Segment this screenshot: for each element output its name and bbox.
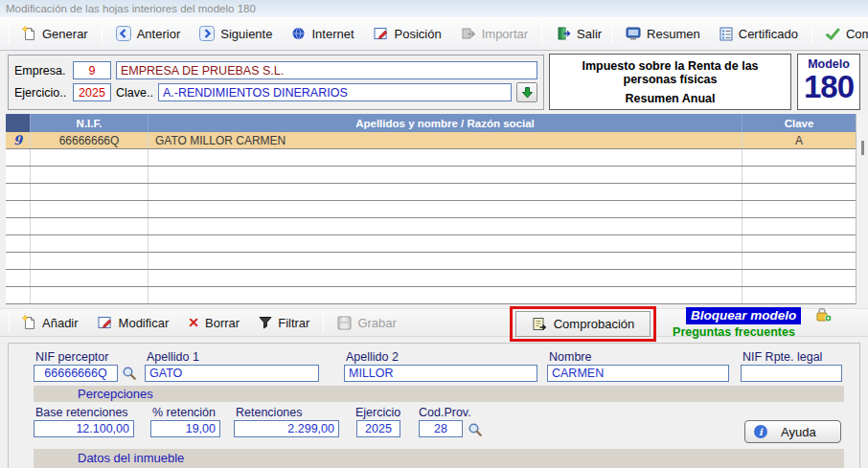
apellido1-label: Apellido 1 — [147, 350, 199, 364]
edit-icon — [374, 26, 389, 41]
toolbar-separator — [811, 23, 812, 44]
preguntas-frecuentes-link[interactable]: Preguntas frecuentes — [669, 325, 799, 339]
nif-rpte-field[interactable] — [741, 365, 842, 382]
table-row-selected[interactable]: 9 66666666Q GATO MILLOR CARMEN A — [6, 132, 856, 149]
comprobar-nif-button[interactable]: Comprobar Nif ▼ — [816, 22, 868, 46]
info-icon: i — [754, 425, 767, 438]
resumen-button[interactable]: Resumen — [616, 22, 710, 46]
tax-title-box: Impuesto sobre la Renta de las personas … — [549, 54, 791, 110]
salir-button[interactable]: Salir — [546, 21, 611, 46]
clave-dropdown-button[interactable] — [516, 82, 537, 102]
funnel-icon — [259, 316, 272, 329]
grid-scrollbar-thumb[interactable] — [861, 141, 864, 155]
siguiente-button[interactable]: Siguiente — [190, 21, 282, 46]
grid-header-marker — [6, 114, 31, 132]
padlock-icon[interactable] — [815, 307, 833, 323]
company-box: Empresa. Ejercicio.. Clave.. — [8, 55, 544, 110]
posicion-button[interactable]: Posición — [364, 21, 451, 46]
clave-field[interactable] — [158, 83, 512, 101]
modelo-number: 180 — [798, 71, 859, 103]
importar-label: Importar — [482, 27, 528, 41]
row-nif: 66666666Q — [31, 132, 148, 148]
toolbar-separator — [102, 23, 103, 44]
comprobar-nif-label: Comprobar Nif — [846, 27, 868, 41]
retenciones-label: Retenciones — [236, 406, 303, 419]
tax-title-line2: Resumen Anual — [558, 92, 783, 105]
table-row-empty — [6, 287, 856, 304]
grid-header-row: N.I.F. Apellidos y nombre / Razón social… — [6, 114, 856, 132]
anterior-label: Anterior — [137, 27, 181, 41]
ejercicio-label: Ejercicio.. — [14, 86, 68, 100]
nombre-field[interactable] — [547, 365, 729, 382]
filtrar-button[interactable]: Filtrar — [249, 311, 319, 335]
nif-perceptor-field[interactable] — [34, 365, 118, 382]
ejercicio-detail-field[interactable] — [356, 420, 400, 437]
nif-rpte-label: NIF Rpte. legal — [742, 350, 822, 364]
anterior-button[interactable]: Anterior — [106, 21, 191, 46]
action-bar: Añadir Modificar ✕ Borrar Filtrar Grabar… — [0, 304, 868, 343]
grabar-label: Grabar — [357, 316, 396, 330]
ejercicio-detail-label: Ejercicio — [355, 406, 400, 419]
modificar-label: Modificar — [119, 316, 170, 330]
borrar-button[interactable]: ✕ Borrar — [178, 311, 249, 335]
save-disk-icon — [337, 316, 352, 330]
grid-header-nombre: Apellidos y nombre / Razón social — [148, 114, 742, 132]
pct-retencion-label: % retención — [152, 406, 216, 419]
retenciones-field[interactable] — [234, 420, 339, 437]
cod-prov-magnifier-icon[interactable] — [468, 422, 483, 437]
checklist-arrow-icon — [532, 317, 547, 331]
anadir-button[interactable]: Añadir — [12, 310, 88, 335]
filtrar-label: Filtrar — [278, 316, 309, 330]
table-row-empty — [6, 184, 856, 201]
clave-label: Clave.. — [116, 86, 153, 100]
row-marker: 9 — [6, 132, 31, 148]
importar-button[interactable]: Importar — [451, 21, 537, 46]
toolbar-separator — [323, 312, 324, 333]
inmueble-section-header: Datos del inmueble — [34, 449, 844, 468]
cod-prov-label: Cod.Prov. — [419, 406, 471, 419]
table-row-empty — [6, 149, 856, 167]
row-clave: A — [742, 132, 856, 148]
certificado-button[interactable]: Certificado — [710, 22, 808, 46]
base-retenciones-field[interactable] — [34, 420, 134, 437]
borrar-label: Borrar — [205, 316, 240, 330]
percepciones-section-header: Percepciones — [34, 386, 844, 402]
header-section: Empresa. Ejercicio.. Clave.. Impuesto so… — [0, 51, 868, 114]
detail-form-panel: NIF perceptor Apellido 1 Apellido 2 Nomb… — [8, 343, 860, 468]
grid-header-nif: N.I.F. — [31, 114, 148, 132]
grabar-button[interactable]: Grabar — [328, 311, 405, 335]
red-x-icon: ✕ — [188, 316, 199, 329]
new-document-icon — [22, 315, 36, 330]
salir-label: Salir — [577, 27, 602, 41]
comprobacion-label: Comprobación — [554, 317, 635, 331]
nif-magnifier-icon[interactable] — [122, 366, 137, 381]
empresa-code-field[interactable] — [73, 61, 111, 79]
cod-prov-field[interactable] — [419, 420, 463, 437]
grid-scrollbar[interactable] — [856, 114, 868, 304]
row-nombre: GATO MILLOR CARMEN — [148, 132, 742, 148]
main-toolbar: Generar Anterior Siguiente Internet Posi… — [0, 17, 868, 51]
ayuda-button[interactable]: i Ayuda — [744, 420, 841, 443]
bloquear-modelo-link[interactable]: Bloquear modelo — [686, 307, 801, 324]
internet-button[interactable]: Internet — [282, 21, 363, 46]
table-row-empty — [6, 270, 856, 287]
monitor-icon — [626, 27, 641, 41]
apellido1-field[interactable] — [145, 365, 319, 382]
pct-retencion-field[interactable] — [150, 420, 220, 437]
empresa-name-field[interactable] — [116, 61, 537, 79]
tax-title-line1: Impuesto sobre la Renta de las personas … — [558, 59, 783, 86]
toolbar-grip — [9, 23, 10, 44]
nif-perceptor-label: NIF perceptor — [35, 350, 108, 364]
anadir-label: Añadir — [42, 316, 79, 330]
modificar-button[interactable]: Modificar — [88, 310, 179, 335]
table-row-empty — [6, 235, 856, 253]
ejercicio-field[interactable] — [73, 83, 111, 101]
red-highlight-annotation: Comprobación — [510, 306, 656, 342]
comprobacion-button[interactable]: Comprobación — [515, 311, 651, 337]
generar-button[interactable]: Generar — [12, 21, 98, 46]
posicion-label: Posición — [395, 27, 442, 41]
green-down-arrow-icon — [521, 86, 534, 99]
empresa-label: Empresa. — [14, 64, 68, 78]
apellido2-field[interactable] — [344, 365, 537, 382]
arrow-left-icon — [116, 26, 131, 41]
